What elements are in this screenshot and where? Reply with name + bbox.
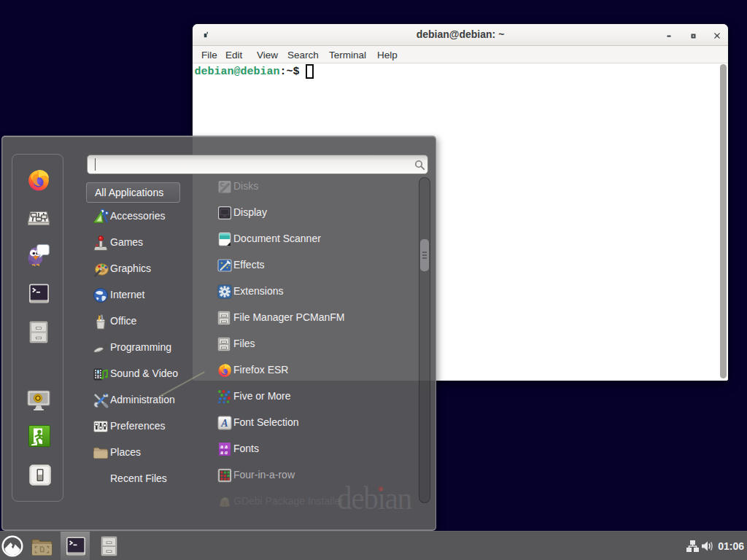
svg-text:a: a: [220, 449, 223, 456]
svg-text:a: a: [225, 449, 228, 456]
svg-text:A: A: [220, 418, 228, 429]
